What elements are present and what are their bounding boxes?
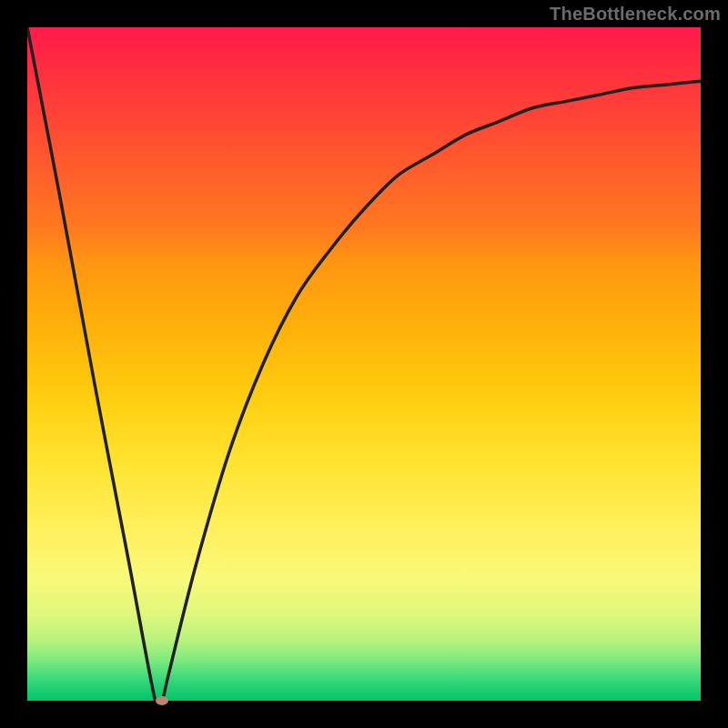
minimum-point-marker	[156, 696, 168, 705]
attribution-watermark: TheBottleneck.com	[550, 4, 721, 25]
chart-stage: TheBottleneck.com	[0, 0, 728, 728]
bottleneck-curve	[27, 27, 701, 701]
plot-area	[27, 27, 701, 701]
